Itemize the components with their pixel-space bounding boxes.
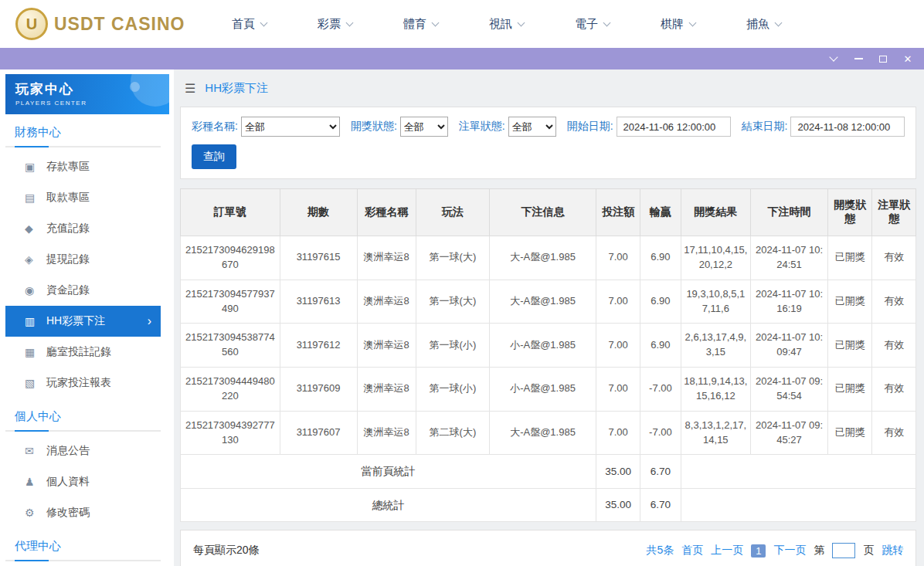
nav-item-home[interactable]: 首頁 bbox=[232, 17, 267, 32]
nav-label: 體育 bbox=[403, 17, 426, 32]
start-date-label: 開始日期: bbox=[567, 120, 613, 134]
cell-bet-time: 2024-11-07 09:45:27 bbox=[751, 411, 828, 455]
nav-item-live-video[interactable]: 視訊 bbox=[489, 17, 524, 32]
minimize-button[interactable] bbox=[851, 52, 865, 66]
close-button[interactable]: ✕ bbox=[901, 52, 915, 66]
close-icon: ✕ bbox=[904, 53, 912, 65]
cell-order-no: 2152173094538774560 bbox=[181, 324, 280, 368]
cell-bet-amount: 7.00 bbox=[596, 280, 640, 324]
chevron-down-icon bbox=[346, 19, 354, 26]
cell-order-status: 有效 bbox=[872, 324, 916, 368]
sidebar-item-deposit[interactable]: ▣ 存款專區 bbox=[5, 151, 161, 182]
lottery-name-select[interactable]: 全部 bbox=[241, 117, 340, 137]
cell-play-type: 第一球(小) bbox=[416, 324, 489, 368]
cell-bet-amount: 7.00 bbox=[596, 324, 640, 368]
cell-play-type: 第二球(大) bbox=[416, 411, 489, 455]
order-status-select[interactable]: 全部 bbox=[508, 117, 556, 137]
search-button[interactable]: 查詢 bbox=[192, 144, 236, 169]
sidebar-item-label: 玩家投注報表 bbox=[46, 376, 111, 390]
cell-win-loss: 6.90 bbox=[640, 324, 681, 368]
chevron-down-icon bbox=[689, 19, 697, 26]
summary-row-total: 總統計 35.00 6.70 bbox=[181, 488, 916, 521]
first-page-link[interactable]: 首页 bbox=[681, 544, 703, 558]
cell-bet-time: 2024-11-07 10:24:51 bbox=[751, 236, 828, 280]
cell-bet-info: 小-A盤@1.985 bbox=[490, 324, 596, 368]
header-draw-result: 開獎結果 bbox=[681, 189, 750, 236]
cell-period: 31197615 bbox=[280, 236, 357, 280]
nav-label: 視訊 bbox=[489, 17, 512, 32]
sidebar-item-announcements[interactable]: ✉ 消息公告 bbox=[5, 436, 161, 466]
cell-bet-time: 2024-11-07 10:16:19 bbox=[751, 280, 828, 324]
chevron-down-icon bbox=[603, 19, 611, 26]
maximize-button[interactable] bbox=[876, 52, 890, 66]
nav-item-lottery[interactable]: 彩票 bbox=[318, 17, 352, 32]
nav-label: 棋牌 bbox=[661, 17, 684, 32]
sidebar-item-hh-lottery-bet[interactable]: ▥ HH彩票下注 › bbox=[5, 306, 161, 337]
lottery-name-label: 彩種名稱: bbox=[192, 120, 238, 134]
summary-bet-total: 35.00 bbox=[596, 455, 640, 488]
cell-period: 31197609 bbox=[280, 368, 357, 412]
table-row: 2152173094538774560 31197612 澳洲幸运8 第一球(小… bbox=[181, 324, 916, 368]
cell-bet-time: 2024-11-07 10:09:47 bbox=[751, 324, 828, 368]
end-date-label: 結束日期: bbox=[742, 120, 788, 134]
start-date-input[interactable] bbox=[617, 117, 731, 137]
cell-win-loss: 6.90 bbox=[640, 236, 681, 280]
draw-status-label: 開獎狀態: bbox=[351, 120, 397, 134]
sidebar-item-hall-bet-record[interactable]: ▦ 廳室投註記錄 bbox=[5, 337, 161, 368]
bet-records-table-panel: 訂單號 期數 彩種名稱 玩法 下注信息 投注額 輸贏 開獎結果 下注時間 開獎狀… bbox=[180, 188, 916, 522]
sidebar-item-label: 資金記錄 bbox=[46, 283, 90, 297]
draw-status-select[interactable]: 全部 bbox=[400, 117, 448, 137]
cell-draw-result: 19,3,10,8,5,17,11,6 bbox=[681, 280, 750, 324]
user-icon: ♟ bbox=[25, 476, 46, 488]
cell-draw-status: 已開獎 bbox=[828, 368, 872, 412]
sidebar-item-recharge-record[interactable]: ◆ 充值記錄 bbox=[5, 213, 161, 244]
cell-order-no: 2152173094449480220 bbox=[181, 368, 280, 412]
sidebar-item-profile[interactable]: ♟ 個人資料 bbox=[5, 466, 161, 497]
nav-item-board-games[interactable]: 棋牌 bbox=[661, 17, 695, 32]
end-date-input[interactable] bbox=[790, 117, 905, 137]
nav-label: 電子 bbox=[575, 17, 598, 32]
nav-item-slots[interactable]: 電子 bbox=[575, 17, 610, 32]
cell-bet-info: 小-A盤@1.985 bbox=[490, 368, 596, 412]
header-bet-info: 下注信息 bbox=[490, 189, 596, 236]
current-page-indicator[interactable]: 1 bbox=[751, 544, 766, 558]
sidebar-item-funds-record[interactable]: ◉ 資金記錄 bbox=[5, 275, 161, 306]
cell-order-no: 2152173094392777130 bbox=[181, 411, 280, 455]
summary-win-loss: 6.70 bbox=[640, 455, 681, 488]
section-divider bbox=[5, 146, 161, 147]
sidebar-item-cashout-record[interactable]: ◈ 提現記錄 bbox=[5, 244, 161, 275]
sidebar-title: 玩家中心 bbox=[15, 80, 169, 98]
cell-order-no: 2152173094629198670 bbox=[181, 236, 280, 280]
nav-item-fishing[interactable]: 捕魚 bbox=[746, 17, 781, 32]
cell-bet-info: 大-A盤@1.985 bbox=[490, 280, 596, 324]
summary-empty bbox=[681, 488, 916, 521]
table-header-row: 訂單號 期數 彩種名稱 玩法 下注信息 投注額 輸贏 開獎結果 下注時間 開獎狀… bbox=[181, 189, 916, 236]
maximize-icon bbox=[879, 56, 887, 63]
nav-item-sports[interactable]: 體育 bbox=[403, 17, 438, 32]
cell-draw-status: 已開獎 bbox=[828, 236, 872, 280]
bet-records-table: 訂單號 期數 彩種名稱 玩法 下注信息 投注額 輸贏 開獎結果 下注時間 開獎狀… bbox=[180, 188, 916, 522]
cashout-record-icon: ◈ bbox=[25, 253, 46, 266]
header-bet-amount: 投注額 bbox=[596, 189, 640, 236]
menu-icon[interactable]: ☰ bbox=[185, 81, 195, 96]
collapse-button[interactable] bbox=[827, 52, 841, 66]
sidebar-item-change-password[interactable]: ⚙ 修改密碼 bbox=[5, 497, 161, 528]
cell-bet-info: 大-A盤@1.985 bbox=[490, 236, 596, 280]
sidebar-item-withdraw[interactable]: ▤ 取款專區 bbox=[5, 182, 161, 213]
page-jump-button[interactable]: 跳转 bbox=[882, 544, 903, 558]
total-count-text: 共5条 bbox=[646, 544, 674, 558]
header-period: 期數 bbox=[280, 189, 357, 236]
cell-win-loss: 6.90 bbox=[640, 280, 681, 324]
prev-page-link[interactable]: 上一页 bbox=[711, 544, 743, 558]
logo[interactable]: U USDT CASINO bbox=[15, 8, 197, 40]
usdt-coin-icon: U bbox=[15, 8, 48, 40]
summary-label: 當前頁統計 bbox=[181, 455, 596, 488]
sidebar-item-player-bet-report[interactable]: ▧ 玩家投注報表 bbox=[5, 368, 161, 398]
cell-lottery-name: 澳洲幸运8 bbox=[357, 411, 416, 455]
page-jump-input[interactable] bbox=[832, 543, 855, 558]
message-icon: ✉ bbox=[25, 445, 46, 457]
section-personal-title: 個人中心 bbox=[5, 398, 174, 430]
next-page-link[interactable]: 下一页 bbox=[773, 544, 806, 558]
cell-draw-result: 17,11,10,4,15,20,12,2 bbox=[681, 236, 750, 280]
minimize-icon bbox=[854, 58, 863, 59]
